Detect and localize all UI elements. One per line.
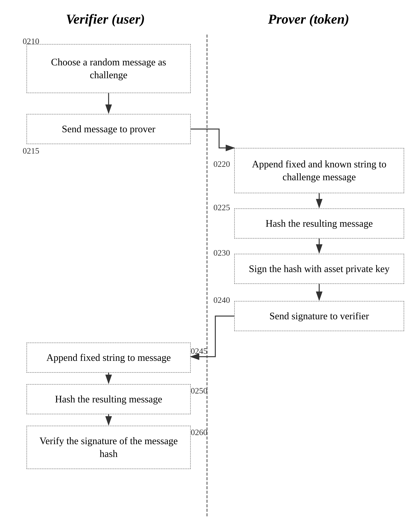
step-0225-label: 0225 bbox=[213, 203, 230, 212]
step-0250-label: 0250 bbox=[191, 386, 207, 396]
step-0215-label: 0215 bbox=[23, 146, 39, 156]
verify-signature-box: Verify the signature of the message hash bbox=[27, 426, 191, 469]
step-0220-label: 0220 bbox=[213, 159, 230, 169]
step-0260-label: 0260 bbox=[191, 428, 207, 437]
diagram-container: Verifier (user) Prover (token) 0210 Choo… bbox=[11, 11, 403, 521]
sign-hash-box: Sign the hash with asset private key bbox=[234, 254, 404, 284]
step-0230-label: 0230 bbox=[213, 248, 230, 258]
append-fixed-verifier-box: Append fixed string to message bbox=[27, 342, 191, 373]
send-signature-box: Send signature to verifier bbox=[234, 301, 404, 331]
prover-header: Prover (token) bbox=[207, 11, 403, 27]
center-divider bbox=[206, 35, 208, 516]
step-0240-label: 0240 bbox=[213, 295, 230, 305]
hash-resulting-prover-box: Hash the resulting message bbox=[234, 208, 404, 239]
diagram-body: 0210 Choose a random message as challeng… bbox=[11, 35, 403, 516]
append-fixed-known-box: Append fixed and known string to challen… bbox=[234, 148, 404, 193]
hash-resulting-verifier-box: Hash the resulting message bbox=[27, 384, 191, 414]
choose-challenge-box: Choose a random message as challenge bbox=[27, 44, 191, 93]
verifier-header: Verifier (user) bbox=[11, 11, 207, 27]
step-0245-label: 0245 bbox=[191, 346, 207, 356]
send-message-box: Send message to prover bbox=[27, 114, 191, 144]
column-headers: Verifier (user) Prover (token) bbox=[11, 11, 403, 27]
